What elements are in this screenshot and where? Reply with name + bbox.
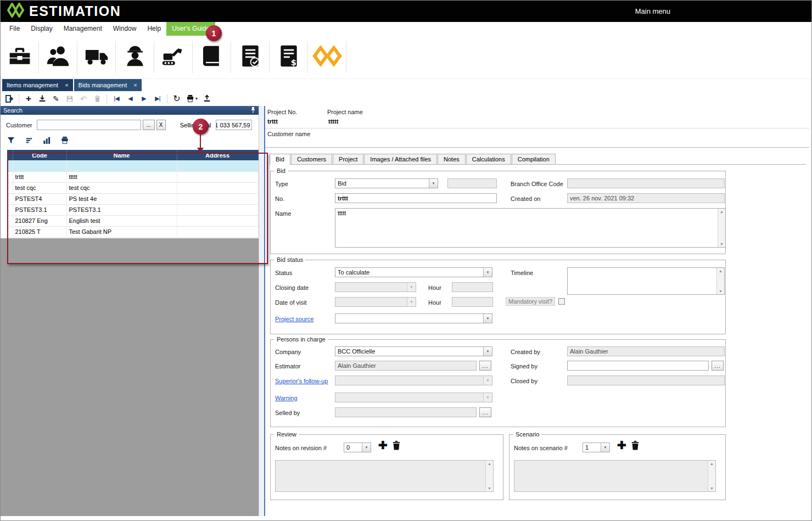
table-row[interactable]: 210827 Eng English test [7, 215, 258, 226]
selled-by-browse-button[interactable]: ... [479, 407, 491, 417]
branch-office-code-label: Branch Office Code [511, 181, 563, 187]
chevron-down-icon[interactable]: ▼ [429, 179, 438, 188]
scrollbar[interactable]: ▲▼ [716, 268, 724, 294]
tab-customers[interactable]: Customers [291, 154, 332, 164]
menu-help[interactable]: Help [142, 22, 166, 36]
revision-select[interactable]: 0 ▼ [344, 442, 371, 452]
chevron-down-icon[interactable]: ▼ [483, 347, 492, 356]
print-icon[interactable]: ▾ [186, 94, 198, 104]
column-header-name[interactable]: Name [66, 150, 177, 160]
type-select[interactable]: Bid ▼ [335, 178, 438, 188]
tab-items-management[interactable]: Items management × [2, 79, 73, 91]
next-record-icon[interactable]: ▶ [139, 94, 148, 104]
add-revision-icon[interactable]: ✚ [378, 440, 388, 451]
scenario-select[interactable]: 1 ▼ [583, 442, 610, 452]
scrollbar: ▲▼ [485, 461, 493, 491]
signed-by-browse-button[interactable]: ... [712, 361, 724, 371]
panel-splitter[interactable] [259, 106, 265, 516]
tab-notes[interactable]: Notes [438, 154, 466, 164]
last-record-icon[interactable]: ▶| [153, 94, 162, 104]
chevron-down-icon[interactable]: ▾ [195, 96, 198, 101]
tab-calculations[interactable]: Calculations [466, 154, 511, 164]
warning-link[interactable]: Warning [275, 395, 298, 401]
import-icon[interactable] [38, 94, 47, 104]
delete-icon[interactable] [93, 94, 102, 104]
chart-icon[interactable] [43, 137, 51, 147]
bid-no-field[interactable]: trttt [335, 193, 497, 203]
project-source-link[interactable]: Project source [275, 316, 313, 322]
timeline-textarea[interactable]: ▲▼ [567, 267, 725, 295]
persons-in-charge-groupbox: Persons in charge Company BCC Officielle… [270, 339, 726, 427]
bid-name-textarea[interactable]: ttttt ▲▼ [335, 208, 726, 248]
chevron-down-icon[interactable]: ▼ [601, 443, 609, 452]
table-row[interactable]: PSTEST4 PS test 4e [7, 193, 258, 204]
company-select[interactable]: BCC Officielle ▼ [335, 346, 492, 356]
close-icon[interactable]: × [65, 82, 68, 88]
document-tabbar: Items management × Bids management × [1, 79, 811, 91]
print-grid-icon[interactable] [60, 136, 69, 147]
tab-images-attached-files[interactable]: Images / Attached files [364, 154, 437, 164]
menu-management[interactable]: Management [58, 22, 108, 36]
column-header-code[interactable]: Code [13, 150, 66, 160]
document-dollar-icon: $ [277, 44, 301, 70]
menu-users-guide[interactable]: User's Guide [166, 22, 215, 36]
brand-button[interactable] [308, 38, 346, 76]
menu-window[interactable]: Window [108, 22, 142, 36]
customer-clear-button[interactable]: X [156, 120, 166, 130]
save-icon[interactable] [65, 94, 74, 104]
closing-date-select: ▼ [335, 282, 416, 292]
superiors-follow-up-link[interactable]: Superior's follow-up [275, 378, 328, 384]
customer-browse-button[interactable]: ... [143, 120, 155, 130]
closing-date-label: Closing date [275, 284, 309, 291]
estimator-browse-button[interactable]: ... [479, 361, 491, 371]
chevron-down-icon[interactable]: ▼ [362, 443, 371, 452]
table-row[interactable]: PSTEST3.1 PSTEST3.1 [7, 204, 258, 215]
delete-scenario-icon[interactable] [630, 440, 640, 453]
estimates-button[interactable] [231, 38, 269, 76]
trucks-button[interactable] [77, 38, 115, 76]
tab-project[interactable]: Project [333, 154, 363, 164]
table-row[interactable]: test cqc test cqc [7, 182, 258, 193]
customers-button[interactable] [39, 38, 77, 76]
customer-input[interactable] [37, 120, 141, 130]
chevron-down-icon[interactable]: ▼ [483, 268, 492, 277]
tab-bids-management[interactable]: Bids management × [74, 79, 142, 91]
filter-icon[interactable] [7, 136, 15, 147]
status-select[interactable]: To calculate ▼ [335, 267, 492, 277]
delete-revision-icon[interactable] [391, 440, 401, 453]
add-icon[interactable]: + [24, 94, 33, 104]
menu-file[interactable]: File [4, 22, 25, 36]
clear-filter-icon[interactable] [25, 137, 33, 147]
pin-icon[interactable] [250, 107, 256, 115]
workers-button[interactable] [116, 38, 154, 76]
chevron-down-icon[interactable]: ▼ [483, 314, 492, 323]
first-record-icon[interactable]: |◀ [112, 94, 121, 104]
add-scenario-icon[interactable]: ✚ [617, 440, 626, 451]
toolbox-button[interactable] [1, 38, 38, 76]
mandatory-visit-checkbox[interactable] [558, 298, 565, 305]
project-source-select[interactable]: ▼ [335, 313, 492, 323]
edit-icon[interactable]: ✎ [52, 94, 60, 104]
main-toolbar: $ [1, 36, 811, 79]
undo-icon[interactable]: ↶ [79, 94, 88, 104]
export-icon[interactable] [203, 94, 211, 104]
exit-panel-icon[interactable] [5, 94, 14, 104]
billing-button[interactable]: $ [270, 38, 307, 76]
tab-compilation[interactable]: Compilation [512, 154, 556, 164]
table-row[interactable]: 210825 T Test Gabarit NP [7, 226, 258, 237]
equipment-button[interactable] [154, 38, 192, 76]
closed-by-field [567, 376, 725, 385]
table-row[interactable]: trttt ttttt [7, 171, 258, 182]
selled-by-label: Selled by [275, 410, 300, 416]
groupbox-title: Scenario [513, 431, 541, 438]
table-row[interactable] [7, 160, 258, 171]
refresh-icon[interactable]: ↻ [172, 94, 181, 104]
close-icon[interactable]: × [133, 82, 137, 88]
menu-display[interactable]: Display [25, 22, 58, 36]
column-header-address[interactable]: Address [177, 150, 258, 160]
previous-record-icon[interactable]: ◀ [126, 94, 135, 104]
bids-button[interactable] [193, 38, 231, 76]
tab-bid[interactable]: Bid [270, 154, 290, 165]
signed-by-field[interactable] [567, 361, 709, 371]
scrollbar[interactable]: ▲▼ [718, 209, 725, 247]
